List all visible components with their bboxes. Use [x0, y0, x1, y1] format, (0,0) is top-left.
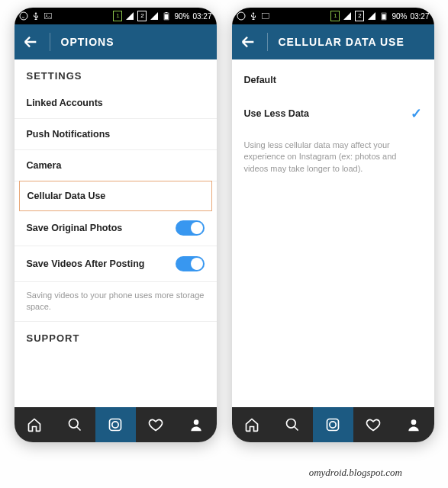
whatsapp-icon [19, 11, 28, 21]
status-bar: 1 2 90% 03:27 [232, 8, 434, 24]
signal2-icon [367, 11, 376, 21]
status-bar: 1 2 90% 03:27 [15, 8, 217, 24]
svg-point-9 [194, 419, 199, 425]
svg-point-10 [237, 12, 245, 20]
options-content: SETTINGS Linked Accounts Push Notificati… [15, 59, 217, 407]
row-label: Use Less Data [244, 108, 309, 119]
check-icon: ✓ [411, 105, 422, 122]
cellular-content: Default Use Less Data ✓ Using less cellu… [232, 59, 434, 407]
nav-camera[interactable] [95, 407, 136, 442]
row-linked-accounts[interactable]: Linked Accounts [15, 88, 217, 119]
row-label: Push Notifications [27, 129, 111, 140]
row-use-less-data[interactable]: Use Less Data ✓ [232, 95, 434, 132]
svg-rect-4 [166, 12, 168, 13]
row-camera[interactable]: Camera [15, 150, 217, 181]
usb-icon [249, 11, 258, 21]
phone-cellular: 1 2 90% 03:27 CELLULAR DATA USE Default … [232, 8, 434, 442]
whatsapp-icon [237, 11, 246, 21]
battery-text: 90% [174, 12, 189, 21]
svg-rect-5 [165, 14, 169, 20]
appbar-title: CELLULAR DATA USE [279, 36, 404, 48]
back-button[interactable] [22, 34, 39, 50]
row-label: Default [244, 75, 276, 85]
row-default[interactable]: Default [232, 59, 434, 95]
row-label: Camera [27, 160, 62, 171]
hint-save-videos: Saving videos to your phone uses more st… [15, 282, 217, 321]
row-cellular-data-use[interactable]: Cellular Data Use [19, 181, 212, 211]
nav-search[interactable] [272, 407, 313, 442]
row-label: Linked Accounts [27, 98, 103, 108]
nav-search[interactable] [55, 407, 95, 442]
signal2-icon [150, 11, 159, 21]
bottom-nav [232, 407, 434, 442]
row-label: Cellular Data Use [27, 191, 106, 201]
bottom-nav [15, 407, 217, 442]
nav-activity[interactable] [353, 407, 394, 442]
usb-icon [31, 11, 40, 21]
nav-camera[interactable] [313, 407, 353, 442]
svg-point-6 [69, 419, 79, 429]
nav-profile[interactable] [176, 407, 217, 442]
svg-point-0 [20, 12, 27, 20]
back-button[interactable] [240, 34, 256, 50]
nav-profile[interactable] [394, 407, 434, 442]
svg-point-16 [330, 422, 336, 428]
svg-rect-15 [327, 419, 339, 431]
appbar-title: OPTIONS [61, 36, 114, 48]
sim2-icon: 2 [355, 11, 364, 21]
svg-rect-11 [262, 14, 269, 19]
row-save-original-photos[interactable]: Save Original Photos [15, 210, 217, 246]
hint-less-data: Using less cellular data may affect your… [232, 132, 434, 182]
svg-rect-13 [382, 14, 386, 20]
toggle-save-videos[interactable] [176, 256, 205, 271]
image-icon [44, 11, 53, 21]
battery-text: 90% [392, 12, 407, 21]
svg-point-2 [46, 14, 47, 16]
toggle-save-photos[interactable] [176, 220, 205, 236]
svg-rect-7 [110, 419, 121, 431]
app-bar: CELLULAR DATA USE [232, 24, 434, 59]
row-push-notifications[interactable]: Push Notifications [15, 119, 217, 150]
row-label: Save Original Photos [27, 223, 123, 233]
nav-home[interactable] [15, 407, 55, 442]
section-settings: SETTINGS [15, 59, 217, 88]
battery-icon [379, 11, 388, 21]
battery-icon [162, 11, 171, 21]
row-label: Save Videos After Posting [27, 258, 145, 269]
nav-home[interactable] [232, 407, 272, 442]
svg-point-14 [287, 419, 296, 429]
sim1-icon: 1 [113, 11, 122, 21]
time-text: 03:27 [192, 12, 211, 21]
row-save-videos[interactable]: Save Videos After Posting [15, 246, 217, 282]
time-text: 03:27 [410, 12, 429, 21]
svg-point-17 [411, 419, 417, 425]
nav-activity[interactable] [136, 407, 176, 442]
svg-point-8 [112, 422, 118, 428]
app-bar: OPTIONS [15, 24, 217, 59]
phone-options: 1 2 90% 03:27 OPTIONS SETTINGS Linked Ac… [15, 8, 217, 442]
sim2-icon: 2 [137, 11, 147, 21]
section-support: SUPPORT [15, 321, 217, 350]
signal1-icon [125, 11, 134, 21]
watermark: omydroid.blogspot.com [309, 467, 402, 479]
sim1-icon: 1 [330, 11, 340, 21]
signal1-icon [343, 11, 352, 21]
image-icon [261, 11, 270, 21]
